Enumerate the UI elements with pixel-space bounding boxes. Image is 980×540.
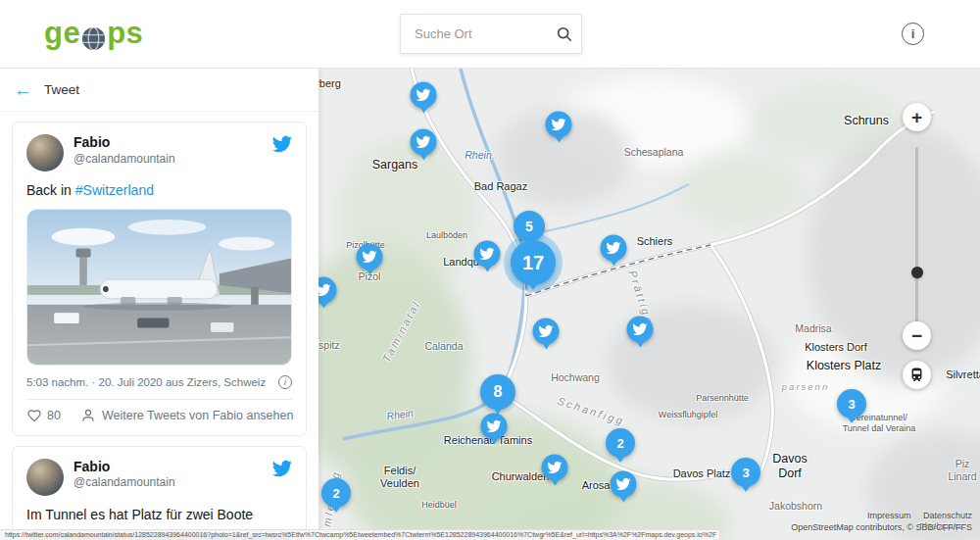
tweet-card: Fabio @calandamountain Back in #Switzerl…: [12, 122, 307, 436]
tweet-author-handle[interactable]: @calandamountain: [74, 475, 272, 491]
tweet-pin[interactable]: [546, 112, 572, 138]
twitter-bird-icon: [416, 135, 431, 150]
search-input[interactable]: [413, 25, 556, 42]
logo-text-ge: ge: [44, 16, 80, 51]
card-divider: [26, 399, 292, 400]
twitter-bird-icon: [552, 118, 566, 132]
avatar[interactable]: [26, 134, 64, 172]
tweet-cluster[interactable]: 2: [321, 478, 351, 508]
tweet-author-name[interactable]: Fabio: [74, 134, 272, 152]
tweet-pin[interactable]: [481, 414, 508, 440]
heart-icon: [26, 408, 42, 423]
tweet-pin[interactable]: [611, 471, 637, 498]
more-tweets-link[interactable]: Weitere Tweets von Fabio ansehen: [80, 408, 294, 423]
tweet-cluster[interactable]: 3: [837, 389, 866, 418]
twitter-logo-icon[interactable]: [272, 134, 292, 154]
twitter-bird-icon: [539, 324, 554, 339]
tweet-pin[interactable]: [474, 241, 501, 268]
twitter-bird-icon: [616, 477, 631, 492]
hashtag-link[interactable]: #Switzerland: [75, 182, 154, 198]
train-layer-button[interactable]: [903, 361, 931, 389]
map-attribution: Impressum Datenschutz OpenStreetMap cont…: [791, 510, 972, 533]
tweet-pin[interactable]: [542, 455, 568, 481]
zoom-slider-track[interactable]: [915, 147, 918, 323]
zoom-out-button[interactable]: −: [903, 321, 931, 350]
map: FlumserbergSchrunsSchesaplanaSargansRhei…: [318, 69, 980, 540]
twitter-bird-icon: [633, 322, 648, 337]
tweet-list: Fabio @calandamountain Back in #Switzerl…: [0, 112, 318, 540]
tweet-pin[interactable]: [357, 244, 383, 270]
tweet-cluster[interactable]: 17: [511, 240, 556, 285]
tweet-cluster[interactable]: 5: [514, 211, 545, 242]
sidebar-header: ← Tweet: [0, 69, 318, 112]
sidebar-title: Tweet: [44, 82, 79, 97]
avatar[interactable]: [26, 459, 64, 496]
search-icon[interactable]: [556, 25, 573, 43]
twitter-bird-icon: [607, 241, 621, 256]
tweet-timestamp: 5:03 nachm. · 20. Juli 2020 aus Zizers, …: [26, 376, 266, 388]
tweet-text: Im Tunnel es hat Platz für zwei Boote: [26, 506, 292, 524]
tweet-pin[interactable]: [601, 235, 627, 262]
more-tweets-label: Weitere Tweets von Fabio ansehen: [102, 409, 294, 422]
tweet-pin[interactable]: [318, 277, 337, 304]
logo-text-ps: ps: [107, 16, 143, 51]
tweet-author-handle[interactable]: @calandamountain: [74, 152, 272, 168]
info-button[interactable]: i: [902, 23, 924, 45]
geops-logo[interactable]: ge ps: [44, 16, 143, 51]
twitter-logo-icon[interactable]: [272, 459, 292, 478]
like-button[interactable]: 80: [26, 408, 61, 423]
back-arrow-icon[interactable]: ←: [14, 80, 32, 99]
status-url-bar: https://twitter.com/calandamountain/stat…: [0, 529, 720, 540]
twitter-bird-icon: [363, 250, 377, 265]
zoom-in-button[interactable]: +: [903, 103, 931, 131]
train-icon: [908, 367, 925, 383]
tweet-photo-airport[interactable]: [26, 209, 292, 366]
tweet-cluster[interactable]: 3: [731, 458, 760, 487]
datenschutz-link[interactable]: Datenschutz: [923, 511, 972, 520]
tweet-cluster[interactable]: 2: [606, 428, 635, 458]
tweet-sidebar: ← Tweet Fabio @calandamountain Back in #…: [0, 69, 318, 540]
twitter-bird-icon: [318, 283, 331, 298]
copyright-text: OpenStreetMap contributors, © SBB/CFF/FF…: [791, 521, 972, 533]
tweet-info-icon[interactable]: i: [278, 375, 292, 389]
tweet-pin[interactable]: [533, 319, 560, 345]
like-count: 80: [47, 409, 61, 422]
map-markers-layer: 51782332: [318, 69, 980, 540]
twitter-bird-icon: [487, 419, 502, 434]
app-header: ge ps i: [0, 0, 980, 69]
tweet-author-name[interactable]: Fabio: [74, 459, 272, 476]
tweet-pin[interactable]: [627, 317, 654, 343]
person-icon: [80, 408, 96, 423]
tweet-cluster[interactable]: 8: [480, 374, 515, 410]
tweet-text-plain: Back in: [26, 182, 75, 198]
tweet-pin[interactable]: [411, 82, 437, 109]
impressum-link[interactable]: Impressum: [867, 511, 911, 520]
search-box[interactable]: [400, 14, 582, 54]
tweet-pin[interactable]: [411, 129, 437, 156]
twitter-bird-icon: [548, 461, 563, 475]
zoom-slider-handle[interactable]: [911, 267, 923, 278]
globe-icon: [81, 24, 106, 48]
tweet-text: Back in #Switzerland: [26, 181, 292, 200]
tweet-card: Fabio @calandamountain Im Tunnel es hat …: [12, 446, 307, 540]
twitter-bird-icon: [480, 247, 495, 262]
twitter-bird-icon: [416, 88, 431, 103]
